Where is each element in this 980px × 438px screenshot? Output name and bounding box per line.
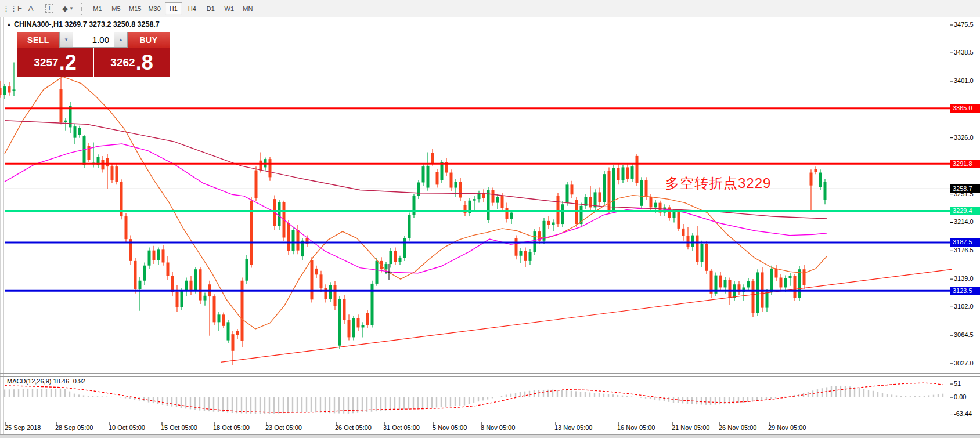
candle-body xyxy=(125,216,128,239)
timeframe-button-m1[interactable]: M1 xyxy=(89,2,106,15)
candle-body xyxy=(190,281,193,291)
candle-body xyxy=(334,285,337,306)
text-box-icon[interactable]: T xyxy=(41,1,58,16)
candle-body xyxy=(376,261,379,284)
candle-body xyxy=(83,136,86,165)
timeframe-button-d1[interactable]: D1 xyxy=(202,2,219,15)
candle-body xyxy=(232,334,235,351)
text-label-icon[interactable]: A xyxy=(22,1,39,16)
bid-price-main: 3257 xyxy=(34,56,58,69)
candle-body xyxy=(729,280,732,298)
candle-body xyxy=(287,223,290,251)
candle-body xyxy=(194,269,197,291)
candle-body xyxy=(348,320,351,337)
candle-body xyxy=(167,262,170,276)
toolbar-separator xyxy=(81,3,82,15)
candle-body xyxy=(213,296,216,322)
candle-body xyxy=(464,205,467,213)
candle-body xyxy=(269,159,272,177)
candle-body xyxy=(673,212,676,218)
candle-body xyxy=(394,251,397,262)
candle-body xyxy=(566,184,569,202)
candle-body xyxy=(78,128,81,135)
arrow-shapes-icon[interactable]: ◆▼ xyxy=(59,1,77,16)
candle-body xyxy=(102,160,105,169)
toolbar: ⋮⋮FAT◆▼ M1M5M15M30H1H4D1W1MN xyxy=(0,0,980,17)
bid-price-panel[interactable]: 3257 .2 xyxy=(17,48,93,77)
candle-body xyxy=(139,281,142,289)
timeframe-group: M1M5M15M30H1H4D1W1MN xyxy=(88,2,257,15)
candle-body xyxy=(153,251,156,260)
candle-body xyxy=(408,215,411,238)
candle-body xyxy=(74,126,77,138)
order-row: SELL ▼ ▲ BUY xyxy=(17,32,170,48)
candle-body xyxy=(594,192,597,207)
timeframe-button-m5[interactable]: M5 xyxy=(107,2,125,15)
quantity-input[interactable] xyxy=(73,32,114,48)
candle-body xyxy=(422,166,425,182)
candle-body xyxy=(529,252,532,261)
candle-body xyxy=(824,182,827,200)
quantity-increase-button[interactable]: ▲ xyxy=(114,32,128,48)
candle-body xyxy=(636,156,639,183)
candle-body xyxy=(789,276,792,278)
candle-body xyxy=(69,106,72,127)
timeframe-button-h4[interactable]: H4 xyxy=(183,2,201,15)
quantity-decrease-button[interactable]: ▼ xyxy=(59,32,73,48)
timeframe-button-m15[interactable]: M15 xyxy=(126,2,144,15)
cursor-crosshair-icon[interactable]: ⋮⋮F xyxy=(3,1,21,16)
candle-body xyxy=(222,314,225,326)
timeframe-button-w1[interactable]: W1 xyxy=(221,2,238,15)
candle-body xyxy=(260,161,262,171)
candle-body xyxy=(701,244,704,262)
candle-body xyxy=(311,260,314,300)
candle-body xyxy=(417,182,420,196)
candle-body xyxy=(571,184,574,194)
candle-body xyxy=(547,221,550,225)
candle-body xyxy=(320,274,323,288)
candle-body xyxy=(13,89,16,91)
candle-body xyxy=(645,180,648,197)
candle-body xyxy=(385,264,388,269)
candle-body xyxy=(413,196,416,215)
candle-body xyxy=(60,89,63,122)
candle-body xyxy=(199,269,202,300)
bid-price-fraction: .2 xyxy=(59,52,77,73)
candle-body xyxy=(64,121,67,122)
candle-body xyxy=(501,196,504,208)
timeframe-button-h1[interactable]: H1 xyxy=(165,2,182,15)
candle-body xyxy=(3,86,6,95)
candle-body xyxy=(399,258,402,262)
sell-button[interactable]: SELL xyxy=(17,32,59,48)
candle-body xyxy=(775,269,778,278)
candle-body xyxy=(552,222,555,225)
candle-body xyxy=(246,259,248,281)
ask-price-panel[interactable]: 3262 .8 xyxy=(94,48,170,77)
candle-body xyxy=(687,236,690,247)
candle-body xyxy=(524,251,527,261)
candle-body xyxy=(520,251,523,256)
trading-terminal: { "toolbar": { "tools": [ {"name":"curso… xyxy=(0,0,980,438)
candle-body xyxy=(403,238,406,258)
candle-body xyxy=(390,251,392,264)
candle-body xyxy=(371,284,374,325)
candle-body xyxy=(492,190,495,202)
candle-body xyxy=(315,269,318,274)
candle-body xyxy=(329,285,332,299)
timeframe-button-m30[interactable]: M30 xyxy=(145,2,163,15)
candle-body xyxy=(599,192,601,202)
timeframe-button-mn[interactable]: MN xyxy=(239,2,257,15)
candle-body xyxy=(696,236,699,262)
candle-body xyxy=(678,212,680,229)
candle-body xyxy=(608,171,611,211)
candle-body xyxy=(143,266,146,281)
buy-button[interactable]: BUY xyxy=(128,32,170,48)
candle-body xyxy=(338,299,341,346)
candle-body xyxy=(780,278,783,288)
candle-body xyxy=(705,244,708,271)
candle-body xyxy=(111,166,114,180)
candle-body xyxy=(450,173,453,188)
candle-body xyxy=(794,276,797,298)
candle-body xyxy=(752,281,755,313)
candle-body xyxy=(134,261,137,289)
